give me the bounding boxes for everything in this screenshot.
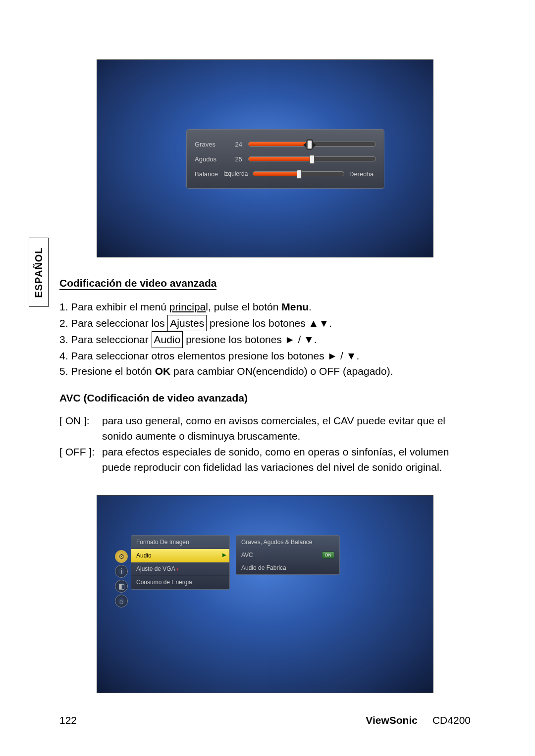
menu-item-formato[interactable]: Formato De Imagen xyxy=(131,536,229,549)
agudos-label: Agudos xyxy=(195,155,224,163)
avc-heading: AVC (Codificación de video avanzada) xyxy=(59,392,471,404)
balance-left-label: Izquierda xyxy=(223,170,248,177)
agudos-value: 25 xyxy=(230,155,242,163)
menu-icon-column: ⚙ i ◧ ⌂ xyxy=(115,550,128,607)
menu-item-fabrica[interactable]: Audio de Fabrica xyxy=(236,561,339,574)
graves-label: Graves xyxy=(195,141,224,148)
right-menu-panel: Graves, Agudos & Balance AVC ON Audio de… xyxy=(236,535,340,575)
menu-item-energia[interactable]: Consumo de Energia xyxy=(131,576,229,589)
left-menu-panel: Formato De Imagen Audio Ajuste de VGA▾ C… xyxy=(131,535,230,590)
brand-name: ViewSonic xyxy=(366,714,418,726)
balance-right-label: Derecha xyxy=(349,170,376,178)
model-number: CD4200 xyxy=(432,714,471,726)
settings-icon[interactable]: ⚙ xyxy=(115,550,128,563)
language-tab-label: ESPAÑOL xyxy=(33,247,45,298)
section-heading: Codificación de video avanzada xyxy=(59,277,216,290)
graves-thumb[interactable] xyxy=(307,140,312,149)
menu-item-audio[interactable]: Audio xyxy=(131,549,229,562)
off-description: [ OFF ]: para efectos especiales de soni… xyxy=(59,444,471,475)
audio-panel: Graves 24 Agudos 25 Balance Izquierda xyxy=(186,129,384,189)
balance-row: Balance Izquierda Derecha xyxy=(195,166,376,181)
agudos-slider[interactable] xyxy=(248,156,376,161)
menu-item-avc[interactable]: AVC ON xyxy=(236,549,339,561)
page-footer: 122 ViewSonic CD4200 xyxy=(59,714,471,726)
graves-value: 24 xyxy=(230,141,242,148)
graves-row: Graves 24 xyxy=(195,137,376,151)
home-icon[interactable]: ⌂ xyxy=(115,595,128,607)
on-badge: ON xyxy=(322,552,335,558)
submenu-indicator-icon: ▾ xyxy=(176,567,179,572)
instruction-1: 1. Para exhibir el menú principal, pulse… xyxy=(59,299,471,315)
agudos-thumb[interactable] xyxy=(310,155,315,164)
agudos-row: Agudos 25 xyxy=(195,151,376,166)
graves-slider[interactable] xyxy=(248,142,376,147)
balance-label: Balance xyxy=(195,170,220,178)
balance-thumb[interactable] xyxy=(297,170,302,179)
balance-slider[interactable] xyxy=(253,171,344,176)
instruction-2: 2. Para seleccionar los Ajustes presione… xyxy=(59,315,471,332)
description-block: [ ON ]: para uso general, como en avisos… xyxy=(59,413,471,475)
info-icon[interactable]: i xyxy=(115,565,128,578)
language-tab: ESPAÑOL xyxy=(29,238,49,307)
menu-item-gab[interactable]: Graves, Agudos & Balance xyxy=(236,536,339,549)
display-icon[interactable]: ◧ xyxy=(115,580,128,593)
instruction-5: 5. Presione el botón OK para cambiar ON(… xyxy=(59,363,471,379)
menu-item-vga[interactable]: Ajuste de VGA▾ xyxy=(131,562,229,576)
instruction-3: 3. Para seleccionar Audio presione los b… xyxy=(59,331,471,348)
page-number: 122 xyxy=(59,714,77,726)
menu-screenshot: ⚙ i ◧ ⌂ Formato De Imagen Audio Ajuste d… xyxy=(97,495,433,693)
instruction-list: 1. Para exhibir el menú principal, pulse… xyxy=(59,299,471,379)
instruction-4: 4. Para seleccionar otros elementos pres… xyxy=(59,348,471,364)
audio-sliders-screenshot: Graves 24 Agudos 25 Balance Izquierda xyxy=(97,59,433,257)
on-description: [ ON ]: para uso general, como en avisos… xyxy=(59,413,471,444)
